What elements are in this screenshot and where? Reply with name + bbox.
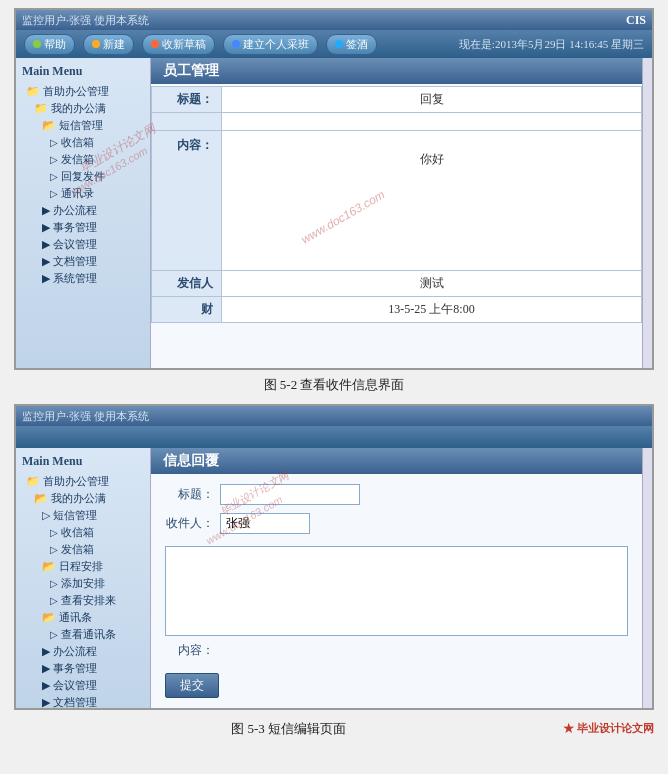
folder-icon-10: ▶ xyxy=(42,255,50,268)
bottom-screenshot: 监控用户·张强 使用本系统 Main Menu 📁 首助办公管理 📂 我的办公满… xyxy=(14,404,654,710)
nav-personal-btn[interactable]: 建立个人采班 xyxy=(223,34,318,55)
value-sender: 测试 xyxy=(222,271,642,297)
folder-icon-11: ▶ xyxy=(42,272,50,285)
b-sidebar-item-0[interactable]: 📁 首助办公管理 xyxy=(20,473,146,490)
cis-label: CIS xyxy=(626,13,646,28)
form-row-title: 标题： xyxy=(165,484,628,505)
sidebar-label-10: 文档管理 xyxy=(53,254,97,269)
top-screenshot: 监控用户·张强 使用本系统 CIS 帮助 新建 收新草稿 建立个人采班 签酒 现… xyxy=(14,8,654,370)
sidebar-item-1[interactable]: 📁 我的办公满 xyxy=(20,100,146,117)
table-row-content: 内容： 你好 xyxy=(152,131,642,271)
footer-logo: ★ 毕业设计论文网 xyxy=(563,721,654,736)
nav-sign-btn[interactable]: 签酒 xyxy=(326,34,377,55)
b-sidebar-label-0: 首助办公管理 xyxy=(43,474,109,489)
top-nav-bar: 帮助 新建 收新草稿 建立个人采班 签酒 现在是:2013年5月29日 14:1… xyxy=(16,30,652,58)
b-doc-icon-4: ▷ xyxy=(50,544,58,555)
nav-dot-receive xyxy=(151,40,159,48)
label-content: 内容： xyxy=(152,131,222,271)
nav-help-btn[interactable]: 帮助 xyxy=(24,34,75,55)
b-sidebar-item-8[interactable]: 📂 通讯条 xyxy=(20,609,146,626)
b-folder-icon-1: 📂 xyxy=(34,492,48,505)
b-folder-icon-0: 📁 xyxy=(26,475,40,488)
bottom-titlebar: 监控用户·张强 使用本系统 xyxy=(16,406,652,426)
b-sidebar-item-6[interactable]: ▷ 添加安排 xyxy=(20,575,146,592)
sidebar-item-4[interactable]: ▷ 发信箱 xyxy=(20,151,146,168)
bottom-sidebar: Main Menu 📁 首助办公管理 📂 我的办公满 ▷ 短信管理 ▷ 收信箱 … xyxy=(16,448,151,708)
b-doc-icon-6: ▷ xyxy=(50,578,58,589)
nav-sign-label: 签酒 xyxy=(346,37,368,52)
sidebar-label-11: 系统管理 xyxy=(53,271,97,286)
b-folder-icon-12: ▶ xyxy=(42,679,50,692)
folder-icon-7: ▶ xyxy=(42,204,50,217)
folder-icon-8: ▶ xyxy=(42,221,50,234)
sidebar-item-7[interactable]: ▶ 办公流程 xyxy=(20,202,146,219)
b-sidebar-item-12[interactable]: ▶ 会议管理 xyxy=(20,677,146,694)
form-content-area xyxy=(165,542,628,640)
sidebar-item-2[interactable]: 📂 短信管理 xyxy=(20,117,146,134)
form-submit-btn[interactable]: 提交 xyxy=(165,673,219,698)
table-row-time: 财 13-5-25 上午8:00 xyxy=(152,297,642,323)
folder-icon-2: 📂 xyxy=(42,119,56,132)
label-sender: 发信人 xyxy=(152,271,222,297)
form-row-recipient: 收件人： xyxy=(165,513,628,534)
b-sidebar-item-4[interactable]: ▷ 发信箱 xyxy=(20,541,146,558)
b-sidebar-label-5: 日程安排 xyxy=(59,559,103,574)
nav-new-btn[interactable]: 新建 xyxy=(83,34,134,55)
form-content-label: 内容： xyxy=(165,642,220,659)
b-sidebar-label-6: 添加安排 xyxy=(61,576,105,591)
table-row-sender: 发信人 测试 xyxy=(152,271,642,297)
b-folder-icon-10: ▶ xyxy=(42,645,50,658)
folder-icon-9: ▶ xyxy=(42,238,50,251)
figure1-caption: 图 5-2 查看收件信息界面 xyxy=(0,376,668,394)
sidebar-item-11[interactable]: ▶ 系统管理 xyxy=(20,270,146,287)
b-sidebar-item-1[interactable]: 📂 我的办公满 xyxy=(20,490,146,507)
b-sidebar-item-7[interactable]: ▷ 查看安排来 xyxy=(20,592,146,609)
nav-dot-personal xyxy=(232,40,240,48)
b-sidebar-label-4: 发信箱 xyxy=(61,542,94,557)
form-title-input[interactable] xyxy=(220,484,360,505)
b-sidebar-label-3: 收信箱 xyxy=(61,525,94,540)
bottom-sidebar-title: Main Menu xyxy=(20,454,146,469)
sidebar-item-3[interactable]: ▷ 收信箱 xyxy=(20,134,146,151)
sidebar-label-0: 首助办公管理 xyxy=(43,84,109,99)
nav-receive-label: 收新草稿 xyxy=(162,37,206,52)
b-sidebar-item-2[interactable]: ▷ 短信管理 xyxy=(20,507,146,524)
value-spacer1 xyxy=(222,113,642,131)
sidebar-item-10[interactable]: ▶ 文档管理 xyxy=(20,253,146,270)
b-sidebar-item-10[interactable]: ▶ 办公流程 xyxy=(20,643,146,660)
doc-icon-5: ▷ xyxy=(50,171,58,182)
b-sidebar-item-13[interactable]: ▶ 文档管理 xyxy=(20,694,146,708)
b-sidebar-label-1: 我的办公满 xyxy=(51,491,106,506)
top-main-area: Main Menu 📁 首助办公管理 📁 我的办公满 📂 短信管理 ▷ 收信箱 … xyxy=(16,58,652,368)
label-spacer1 xyxy=(152,113,222,131)
sidebar-label-5: 回复发件 xyxy=(61,169,105,184)
b-sidebar-item-9[interactable]: ▷ 查看通讯条 xyxy=(20,626,146,643)
form-content-textarea[interactable] xyxy=(165,546,628,636)
b-sidebar-label-13: 文档管理 xyxy=(53,695,97,708)
b-folder-icon-13: ▶ xyxy=(42,696,50,708)
value-time: 13-5-25 上午8:00 xyxy=(222,297,642,323)
folder-icon-1: 📁 xyxy=(34,102,48,115)
b-sidebar-item-5[interactable]: 📂 日程安排 xyxy=(20,558,146,575)
b-sidebar-item-11[interactable]: ▶ 事务管理 xyxy=(20,660,146,677)
sidebar-item-5[interactable]: ▷ 回复发件 xyxy=(20,168,146,185)
sidebar-item-8[interactable]: ▶ 事务管理 xyxy=(20,219,146,236)
scrollbar-bottom[interactable] xyxy=(642,448,652,708)
b-sidebar-item-3[interactable]: ▷ 收信箱 xyxy=(20,524,146,541)
sidebar-item-0[interactable]: 📁 首助办公管理 xyxy=(20,83,146,100)
sidebar-label-4: 发信箱 xyxy=(61,152,94,167)
form-recipient-input[interactable] xyxy=(220,513,310,534)
datetime-info: 现在是:2013年5月29日 14:16:45 星期三 xyxy=(459,37,644,52)
scrollbar-top[interactable] xyxy=(642,58,652,368)
top-titlebar: 监控用户·张强 使用本系统 CIS xyxy=(16,10,652,30)
doc-icon-4: ▷ xyxy=(50,154,58,165)
label-title: 标题： xyxy=(152,87,222,113)
bottom-form: 标题： 收件人： 内容： 提交 xyxy=(151,474,642,708)
nav-receive-btn[interactable]: 收新草稿 xyxy=(142,34,215,55)
sidebar-label-6: 通讯录 xyxy=(61,186,94,201)
nav-dot-help xyxy=(33,40,41,48)
label-time: 财 xyxy=(152,297,222,323)
sidebar-item-6[interactable]: ▷ 通讯录 xyxy=(20,185,146,202)
sidebar-item-9[interactable]: ▶ 会议管理 xyxy=(20,236,146,253)
nav-personal-label: 建立个人采班 xyxy=(243,37,309,52)
